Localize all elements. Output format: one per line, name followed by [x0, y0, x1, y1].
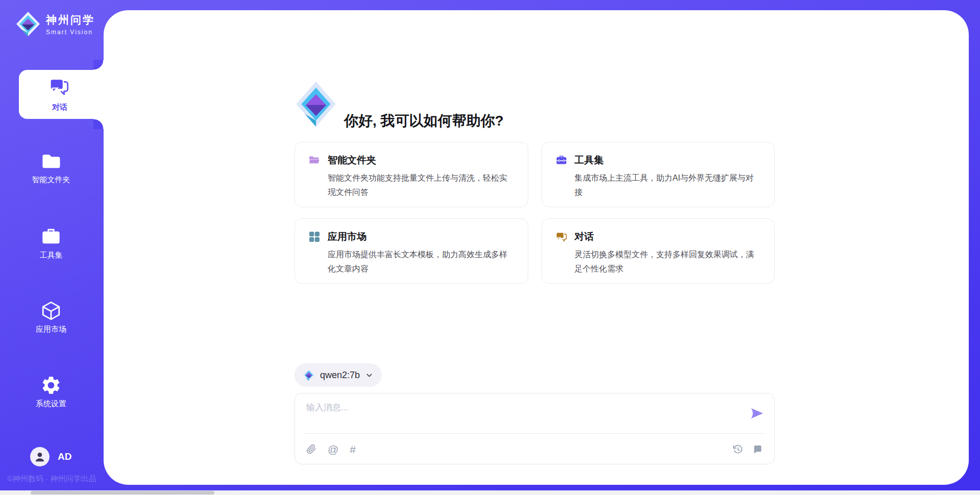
model-selector[interactable]: qwen2:7b: [295, 363, 382, 387]
chevron-down-icon: [365, 371, 374, 380]
briefcase-icon: [555, 154, 568, 166]
sidebar-item-toolset[interactable]: 工具集: [0, 226, 102, 260]
avatar: [30, 447, 50, 466]
card-description: 应用市场提供丰富长文本模板，助力高效生成多样化文章内容: [308, 247, 514, 276]
cube-icon: [40, 300, 62, 309]
copyright-text: ©神州数码 · 神州问学出品: [7, 474, 96, 484]
gear-icon: [40, 375, 62, 383]
chat-bubbles-icon: [48, 76, 70, 97]
tab-notch-bottom: [93, 119, 104, 129]
user-name: AD: [58, 451, 71, 462]
hash-icon[interactable]: #: [350, 444, 356, 455]
person-icon: [33, 450, 46, 463]
sidebar-item-label: 智能文件夹: [0, 175, 102, 185]
card-title: 智能文件夹: [328, 154, 376, 167]
user-profile[interactable]: AD: [30, 447, 71, 466]
folder-icon: [40, 151, 62, 159]
send-icon[interactable]: [749, 406, 764, 421]
sidebar-item-smart-folder[interactable]: 智能文件夹: [0, 151, 102, 185]
sidebar-item-chat[interactable]: 对话: [19, 70, 106, 119]
brand-logo: 神州问学 Smart Vision: [15, 11, 95, 37]
sidebar-item-settings[interactable]: 系统设置: [0, 375, 102, 409]
paperclip-icon[interactable]: [306, 444, 316, 454]
composer-divider: [304, 433, 765, 434]
card-smart-folder[interactable]: 智能文件夹 智能文件夹功能支持批量文件上传与清洗，轻松实现文件问答: [295, 142, 528, 207]
card-title: 应用市场: [328, 230, 366, 243]
feature-cards: 智能文件夹 智能文件夹功能支持批量文件上传与清洗，轻松实现文件问答 工具集 集成…: [295, 142, 775, 284]
card-title: 对话: [575, 230, 594, 243]
gem-logo-icon: [15, 11, 41, 37]
app-root: 神州问学 Smart Vision 对话 智能文件夹 工具集 应用市场 系统设: [0, 0, 980, 495]
chat-bubble-icon[interactable]: [752, 444, 763, 455]
folder-open-icon: [308, 154, 321, 166]
message-composer: @ #: [295, 393, 775, 464]
sidebar: 神州问学 Smart Vision 对话 智能文件夹 工具集 应用市场 系统设: [0, 0, 104, 491]
chat-bubbles-icon: [555, 231, 568, 243]
brand-name: 神州问学: [46, 13, 95, 27]
sidebar-item-label: 应用市场: [0, 325, 102, 334]
card-description: 集成市场上主流工具，助力AI与外界无缝扩展与对接: [555, 171, 762, 200]
at-sign-icon[interactable]: @: [328, 444, 338, 455]
card-description: 灵活切换多模型文件，支持多样回复效果调试，满足个性化需求: [555, 247, 762, 276]
card-description: 智能文件夹功能支持批量文件上传与清洗，轻松实现文件问答: [308, 171, 514, 200]
greeting-title: 你好, 我可以如何帮助你?: [344, 111, 504, 131]
horizontal-scrollbar[interactable]: [0, 490, 980, 495]
brand-subtitle: Smart Vision: [46, 29, 95, 36]
sidebar-item-label: 工具集: [0, 251, 102, 260]
briefcase-icon: [40, 226, 62, 235]
sidebar-item-app-market[interactable]: 应用市场: [0, 300, 102, 334]
sidebar-item-label: 对话: [19, 103, 101, 112]
history-icon[interactable]: [732, 444, 743, 455]
message-input[interactable]: [306, 402, 715, 428]
gem-logo-icon: [303, 369, 315, 381]
card-app-market[interactable]: 应用市场 应用市场提供丰富长文本模板，助力高效生成多样化文章内容: [295, 218, 528, 284]
model-name: qwen2:7b: [320, 370, 360, 381]
sidebar-item-label: 系统设置: [0, 399, 102, 409]
scrollbar-thumb[interactable]: [31, 491, 214, 494]
tab-notch-top: [93, 60, 104, 70]
card-title: 工具集: [575, 154, 604, 167]
card-chat[interactable]: 对话 灵活切换多模型文件，支持多样回复效果调试，满足个性化需求: [542, 218, 775, 284]
grid-icon: [308, 231, 321, 243]
gem-logo-icon: [295, 81, 337, 128]
card-toolset[interactable]: 工具集 集成市场上主流工具，助力AI与外界无缝扩展与对接: [542, 142, 775, 207]
